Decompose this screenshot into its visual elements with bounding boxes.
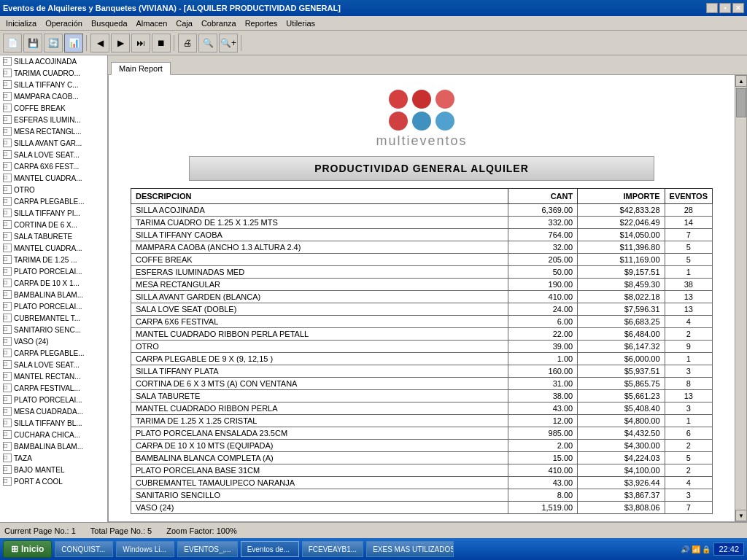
left-item-icon-1: □ <box>3 69 12 77</box>
left-item-19[interactable]: □ CARPA DE 10 X 1... <box>0 277 107 289</box>
left-item-23[interactable]: □ SANITARIO SENC... <box>0 324 107 335</box>
toolbar-save-btn[interactable]: 💾 <box>23 34 42 52</box>
left-item-32[interactable]: □ CUCHARA CHICA... <box>0 429 107 440</box>
left-item-7[interactable]: □ SILLA AVANT GAR... <box>0 137 107 149</box>
table-row-5: ESFERAS ILUMINADAS MED 50.00 $9,157.51 1 <box>131 266 713 279</box>
left-item-3[interactable]: □ MAMPARA CAOB... <box>0 90 107 102</box>
taskbar-item-5[interactable]: EXES MAS UTILIZADOS <box>366 541 454 557</box>
taskbar-item-0[interactable]: CONQUIST... <box>55 541 113 557</box>
report-scrollbar[interactable]: ▲ ▼ <box>735 75 746 521</box>
toolbar-last-btn[interactable]: ⏭ <box>131 34 150 52</box>
table-row-20: BAMBALINA BLANCA COMPLETA (A) 15.00 $4,2… <box>131 452 713 464</box>
menu-busqueda[interactable]: Busqueda <box>87 18 132 29</box>
left-item-16[interactable]: □ MANTEL CUADRA... <box>0 242 107 254</box>
scrollbar-down-btn[interactable]: ▼ <box>735 510 747 521</box>
menu-operacion[interactable]: Operación <box>41 18 87 29</box>
left-item-30[interactable]: □ MESA CUADRADA... <box>0 405 107 417</box>
menu-inicializa[interactable]: Inicializa <box>1 18 41 29</box>
close-btn[interactable]: ✕ <box>732 3 744 13</box>
menu-caja[interactable]: Caja <box>171 18 197 29</box>
logo-area: multieventos <box>131 90 713 149</box>
toolbar-zoom2-btn[interactable]: 🔍+ <box>219 34 238 52</box>
toolbar-prev-btn[interactable]: ◀ <box>90 34 109 52</box>
left-item-26[interactable]: □ SALA LOVE SEAT... <box>0 359 107 370</box>
cell-eventos-20: 5 <box>665 452 712 464</box>
left-item-8[interactable]: □ SALA LOVE SEAT... <box>0 149 107 160</box>
left-item-34[interactable]: □ TAZA <box>0 452 107 464</box>
left-item-29[interactable]: □ PLATO PORCELAI... <box>0 394 107 405</box>
col-header-importe: IMPORTE <box>578 189 665 204</box>
menu-cobranza[interactable]: Cobranza <box>197 18 241 29</box>
windows-icon: ⊞ <box>11 544 18 554</box>
left-item-13[interactable]: □ SILLA TIFFANY PI... <box>0 207 107 219</box>
toolbar-next-btn[interactable]: ▶ <box>111 34 130 52</box>
left-item-12[interactable]: □ CARPA PLEGABLE... <box>0 195 107 207</box>
cell-eventos-15: 13 <box>665 390 712 402</box>
left-item-35[interactable]: □ BAJO MANTEL <box>0 464 107 475</box>
left-item-2[interactable]: □ SILLA TIFFANY C... <box>0 79 107 90</box>
left-item-11[interactable]: □ OTRO <box>0 184 107 195</box>
restore-btn[interactable]: ▪ <box>719 3 731 13</box>
cell-desc-12: CARPA PLEGABLE DE 9 X (9, 12,15 ) <box>131 353 508 365</box>
scrollbar-track <box>735 119 746 510</box>
left-item-icon-23: □ <box>3 325 12 334</box>
tab-main-report[interactable]: Main Report <box>111 62 171 75</box>
report-area[interactable]: ▲ ▼ <box>108 74 747 522</box>
cell-desc-2: SILLA TIFFANY CAOBA <box>131 229 508 241</box>
toolbar-new-btn[interactable]: 📄 <box>3 34 22 52</box>
left-item-4[interactable]: □ COFFE BREAK <box>0 102 107 114</box>
logo-circles: multieventos <box>376 90 467 149</box>
left-item-15[interactable]: □ SALA TABURETE <box>0 230 107 242</box>
left-item-0[interactable]: □ SILLA ACOJINADA <box>0 55 107 67</box>
left-item-24[interactable]: □ VASO (24) <box>0 335 107 347</box>
taskbar-item-4[interactable]: FCEVEAYB1... <box>302 541 364 557</box>
left-item-20[interactable]: □ BAMBALINA BLAM... <box>0 289 107 300</box>
toolbar-print-btn[interactable]: 🖨 <box>178 34 197 52</box>
taskbar-item-3[interactable]: Eventos de... <box>241 541 299 557</box>
left-item-22[interactable]: □ CUBREMANTEL T... <box>0 312 107 324</box>
menu-utilerias[interactable]: Utilerias <box>282 18 320 29</box>
cell-desc-16: MANTEL CUADRADO RIBBON PERLA <box>131 402 508 415</box>
left-item-1[interactable]: □ TARIMA CUADRO... <box>0 67 107 79</box>
left-item-33[interactable]: □ BAMBALINA BLAM... <box>0 440 107 452</box>
cell-importe-0: $42,833.28 <box>578 204 665 217</box>
cell-eventos-7: 13 <box>665 291 712 303</box>
cell-desc-1: TARIMA CUADRO DE 1.25 X 1.25 MTS <box>131 217 508 229</box>
cell-cant-16: 43.00 <box>508 402 578 415</box>
cell-eventos-21: 2 <box>665 464 712 477</box>
left-item-18[interactable]: □ PLATO PORCELAI... <box>0 265 107 277</box>
menu-almacen[interactable]: Almacen <box>132 18 172 29</box>
left-item-icon-15: □ <box>3 232 12 241</box>
cell-desc-11: OTRO <box>131 341 508 353</box>
left-item-25[interactable]: □ CARPA PLEGABLE... <box>0 347 107 359</box>
left-item-icon-27: □ <box>3 372 12 381</box>
left-item-10[interactable]: □ MANTEL CUADRA... <box>0 172 107 184</box>
toolbar-refresh-btn[interactable]: 🔄 <box>44 34 63 52</box>
start-label: Inicio <box>21 544 44 554</box>
cell-eventos-3: 5 <box>665 241 712 254</box>
left-item-31[interactable]: □ SILLA TIFFANY BL... <box>0 417 107 429</box>
left-panel[interactable]: □ SILLA ACOJINADA □ TARIMA CUADRO... □ S… <box>0 55 108 522</box>
toolbar-active-btn[interactable]: 📊 <box>64 34 83 52</box>
scrollbar-up-btn[interactable]: ▲ <box>735 75 747 87</box>
minimize-btn[interactable]: _ <box>706 3 718 13</box>
start-button[interactable]: ⊞ Inicio <box>3 540 52 558</box>
taskbar-item-2[interactable]: EVENTOS_,... <box>177 541 237 557</box>
left-item-36[interactable]: □ PORT A COOL <box>0 475 107 487</box>
toolbar-zoom-btn[interactable]: 🔍 <box>198 34 217 52</box>
left-item-17[interactable]: □ TARIMA DE 1.25 ... <box>0 254 107 265</box>
left-item-9[interactable]: □ CARPA 6X6 FEST... <box>0 160 107 172</box>
circle-row-bottom <box>389 112 454 131</box>
left-item-14[interactable]: □ CORTINA DE 6 X... <box>0 219 107 230</box>
taskbar-item-1[interactable]: Windows Li... <box>116 541 174 557</box>
toolbar-stop-btn[interactable]: ⏹ <box>152 34 171 52</box>
left-item-28[interactable]: □ CARPA FESTIVAL... <box>0 382 107 394</box>
left-item-5[interactable]: □ ESFERAS ILUMIN... <box>0 114 107 125</box>
left-item-21[interactable]: □ PLATO PORCELAI... <box>0 300 107 312</box>
left-item-27[interactable]: □ MANTEL RECTAN... <box>0 370 107 382</box>
scrollbar-thumb[interactable] <box>736 88 746 117</box>
circle-blue1 <box>412 112 431 131</box>
menu-reportes[interactable]: Reportes <box>241 18 282 29</box>
left-item-6[interactable]: □ MESA RECTANGL... <box>0 125 107 137</box>
left-item-icon-18: □ <box>3 267 12 276</box>
